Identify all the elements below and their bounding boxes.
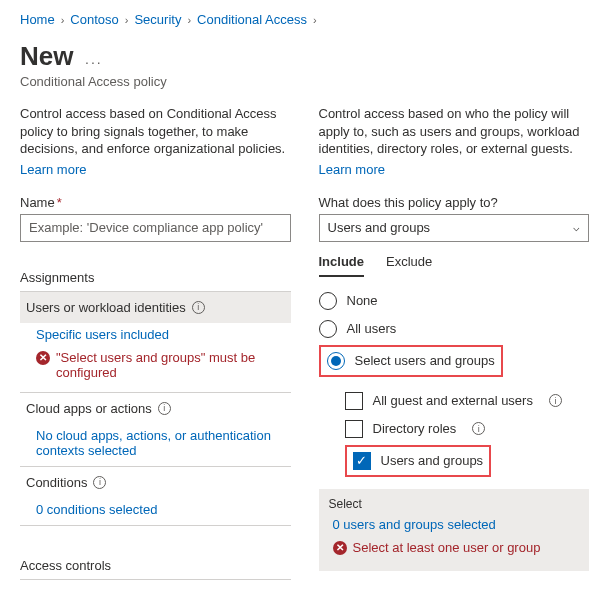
cloud-apps-row[interactable]: Cloud apps or actions i (20, 393, 291, 424)
access-controls-header: Access controls (20, 548, 291, 580)
highlight-users-groups: ✓ Users and groups (345, 445, 492, 477)
checkbox-icon: ✓ (353, 452, 371, 470)
error-icon: ✕ (333, 541, 347, 555)
info-icon[interactable]: i (158, 402, 171, 415)
conditions-link[interactable]: 0 conditions selected (20, 498, 291, 521)
right-description: Control access based on who the policy w… (319, 105, 590, 158)
checkbox-directory-roles[interactable]: Directory roles i (345, 415, 590, 443)
info-icon[interactable]: i (93, 476, 106, 489)
page-subtitle: Conditional Access policy (20, 74, 589, 89)
tab-include[interactable]: Include (319, 254, 365, 277)
breadcrumb-conditional-access[interactable]: Conditional Access (197, 12, 307, 27)
page-title: New (20, 41, 73, 72)
chevron-right-icon: › (313, 14, 317, 26)
more-icon[interactable]: ··· (85, 54, 103, 70)
select-header: Select (329, 497, 580, 511)
error-icon: ✕ (36, 351, 50, 365)
checkbox-icon (345, 420, 363, 438)
cloud-apps-link[interactable]: No cloud apps, actions, or authenticatio… (20, 424, 291, 462)
chevron-down-icon: ⌵ (573, 221, 580, 234)
assignments-header: Assignments (20, 260, 291, 292)
info-icon[interactable]: i (192, 301, 205, 314)
left-description: Control access based on Conditional Acce… (20, 105, 291, 158)
select-panel: Select 0 users and groups selected ✕ Sel… (319, 489, 590, 571)
radio-icon (319, 292, 337, 310)
select-error: ✕ Select at least one user or group (329, 536, 580, 563)
chevron-right-icon: › (125, 14, 129, 26)
learn-more-link[interactable]: Learn more (20, 162, 86, 177)
checkbox-guest-users[interactable]: All guest and external users i (345, 387, 590, 415)
highlight-select-users: Select users and groups (319, 345, 503, 377)
breadcrumb-home[interactable]: Home (20, 12, 55, 27)
checkbox-users-groups[interactable]: ✓ Users and groups (351, 449, 486, 473)
info-icon[interactable]: i (472, 422, 485, 435)
radio-icon (319, 320, 337, 338)
users-or-workload-row[interactable]: Users or workload identities i (20, 292, 291, 323)
users-error: ✕ "Select users and groups" must be conf… (20, 346, 291, 388)
conditions-row[interactable]: Conditions i (20, 467, 291, 498)
left-column: Control access based on Conditional Acce… (20, 105, 291, 580)
chevron-right-icon: › (61, 14, 65, 26)
required-indicator: * (57, 195, 62, 210)
include-exclude-tabs: Include Exclude (319, 254, 590, 277)
radio-select-users-groups[interactable]: Select users and groups (325, 349, 497, 373)
breadcrumb-contoso[interactable]: Contoso (70, 12, 118, 27)
breadcrumb-security[interactable]: Security (134, 12, 181, 27)
apply-to-label: What does this policy apply to? (319, 195, 590, 210)
chevron-right-icon: › (187, 14, 191, 26)
radio-none[interactable]: None (319, 287, 590, 315)
tab-exclude[interactable]: Exclude (386, 254, 432, 277)
checkbox-icon (345, 392, 363, 410)
info-icon[interactable]: i (549, 394, 562, 407)
radio-icon (327, 352, 345, 370)
specific-users-link[interactable]: Specific users included (20, 323, 291, 346)
right-column: Control access based on who the policy w… (319, 105, 590, 580)
name-input[interactable] (20, 214, 291, 242)
learn-more-link-right[interactable]: Learn more (319, 162, 385, 177)
breadcrumb: Home › Contoso › Security › Conditional … (20, 12, 589, 27)
users-selected-link[interactable]: 0 users and groups selected (329, 515, 580, 536)
radio-all-users[interactable]: All users (319, 315, 590, 343)
apply-to-select[interactable]: Users and groups ⌵ (319, 214, 590, 242)
name-label: Name* (20, 195, 291, 210)
